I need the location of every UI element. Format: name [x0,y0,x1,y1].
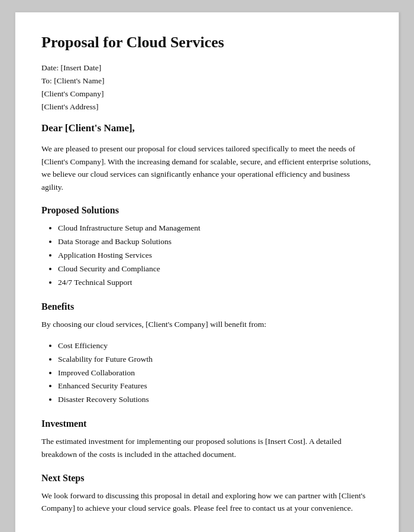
section-heading-proposed-solutions: Proposed Solutions [41,205,373,216]
list-item: Improved Collaboration [58,366,373,380]
meta-to: To: [Client's Name] [41,76,373,86]
list-item: 24/7 Technical Support [58,276,373,290]
list-item: Data Storage and Backup Solutions [58,235,373,249]
benefits-list: Cost Efficiency Scalability for Future G… [41,339,373,407]
list-item: Cloud Security and Compliance [58,262,373,276]
section-heading-investment: Investment [41,419,373,429]
document-title: Proposal for Cloud Services [41,34,373,51]
meta-date: Date: [Insert Date] [41,63,373,73]
next-steps-text: We look forward to discussing this propo… [41,489,373,515]
list-item: Cloud Infrastructure Setup and Managemen… [58,222,373,235]
meta-address: [Client's Address] [41,102,373,112]
list-item: Application Hosting Services [58,249,373,262]
list-item: Cost Efficiency [58,339,373,353]
intro-text: We are pleased to present our proposal f… [41,142,373,193]
list-item: Enhanced Security Features [58,379,373,393]
document-container: Proposal for Cloud Services Date: [Inser… [15,12,399,532]
meta-company: [Client's Company] [41,89,373,99]
section-heading-next-steps: Next Steps [41,473,373,484]
list-item: Scalability for Future Growth [58,353,373,366]
list-item: Disaster Recovery Solutions [58,393,373,407]
proposed-solutions-list: Cloud Infrastructure Setup and Managemen… [41,222,373,290]
benefits-intro: By choosing our cloud services, [Client'… [41,318,373,331]
investment-text: The estimated investment for implementin… [41,435,373,460]
salutation: Dear [Client's Name], [41,122,373,134]
section-heading-benefits: Benefits [41,301,373,312]
